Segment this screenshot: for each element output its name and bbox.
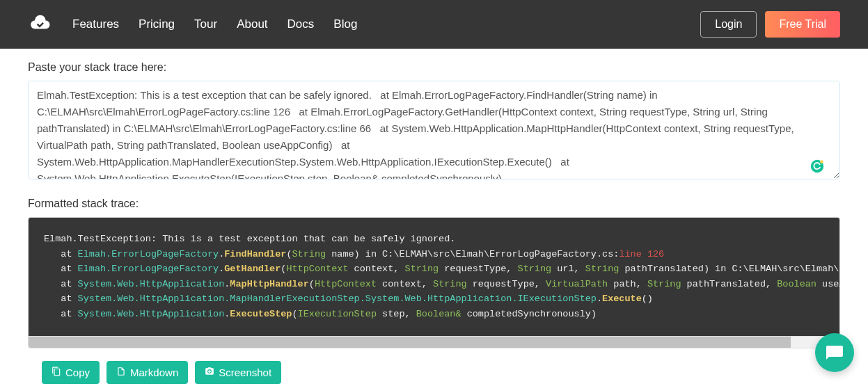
screenshot-label: Screenshot	[219, 367, 271, 378]
markdown-label: Markdown	[130, 367, 178, 378]
camera-icon	[205, 367, 214, 378]
horizontal-scrollbar[interactable]	[29, 336, 839, 348]
navbar: FeaturesPricingTourAboutDocsBlog Login F…	[0, 0, 868, 49]
nav-link-about[interactable]: About	[237, 17, 267, 31]
nav-link-blog[interactable]: Blog	[333, 17, 357, 31]
grammarly-icon[interactable]	[810, 159, 825, 174]
nav-link-pricing[interactable]: Pricing	[139, 17, 175, 31]
nav-link-features[interactable]: Features	[72, 17, 119, 31]
nav-links: FeaturesPricingTourAboutDocsBlog	[72, 17, 357, 31]
copy-label: Copy	[65, 367, 90, 378]
markdown-icon	[116, 367, 126, 378]
chat-widget-button[interactable]	[815, 333, 854, 372]
formatted-section: Formatted stack trace: Elmah.TestExcepti…	[28, 198, 840, 384]
scroll-thumb[interactable]	[29, 337, 791, 348]
nav-left: FeaturesPricingTourAboutDocsBlog	[28, 15, 357, 34]
chat-icon	[825, 343, 844, 362]
copy-icon	[52, 367, 61, 378]
output-label: Formatted stack trace:	[28, 198, 840, 210]
formatted-output: Elmah.TestException: This is a test exce…	[29, 218, 839, 336]
nav-link-tour[interactable]: Tour	[194, 17, 217, 31]
input-label: Paste your stack trace here:	[28, 61, 840, 74]
code-outer: Elmah.TestException: This is a test exce…	[28, 217, 840, 348]
copy-button[interactable]: Copy	[42, 361, 100, 384]
login-button[interactable]: Login	[700, 11, 757, 38]
svg-point-1	[820, 160, 823, 163]
screenshot-button[interactable]: Screenshot	[195, 361, 281, 384]
action-row: Copy Markdown Screenshot	[28, 361, 840, 384]
markdown-button[interactable]: Markdown	[106, 361, 188, 384]
textarea-wrap	[28, 81, 840, 182]
nav-link-docs[interactable]: Docs	[287, 17, 315, 31]
main-container: Paste your stack trace here: Formatted s…	[0, 49, 868, 386]
logo-icon[interactable]	[28, 15, 52, 34]
nav-right: Login Free Trial	[700, 11, 840, 38]
free-trial-button[interactable]: Free Trial	[765, 11, 840, 38]
stack-trace-input[interactable]	[28, 81, 840, 179]
